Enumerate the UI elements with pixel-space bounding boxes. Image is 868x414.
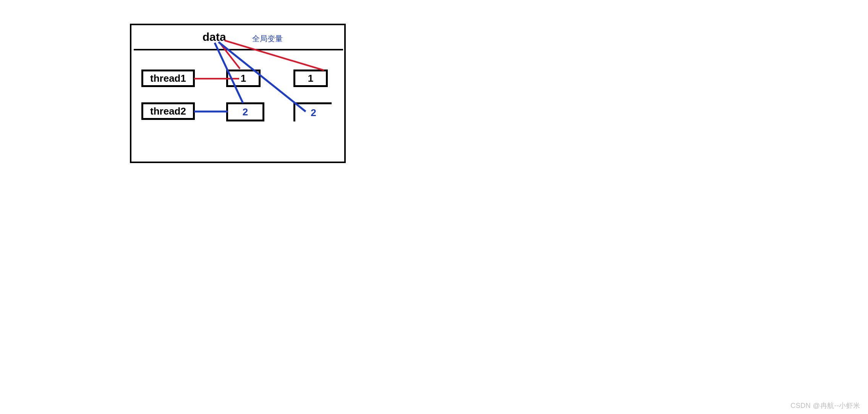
thread1-value-b: 1 [293,70,328,87]
watermark: CSDN @冉航--小虾米 [790,401,860,410]
header-divider [134,49,343,50]
data-label: data [202,31,226,44]
thread2-value-a: 2 [226,102,264,121]
thread2-value-b: 2 [293,102,332,121]
thread1-label-box: thread1 [141,70,195,87]
thread1-value-a: 1 [226,70,261,87]
outer-container [130,24,346,163]
thread2-label-box: thread2 [141,102,195,120]
diagram-canvas: data 全局变量 thread1 1 1 thread2 2 2 CSDN @… [0,0,868,414]
global-variable-annotation: 全局变量 [252,34,283,44]
